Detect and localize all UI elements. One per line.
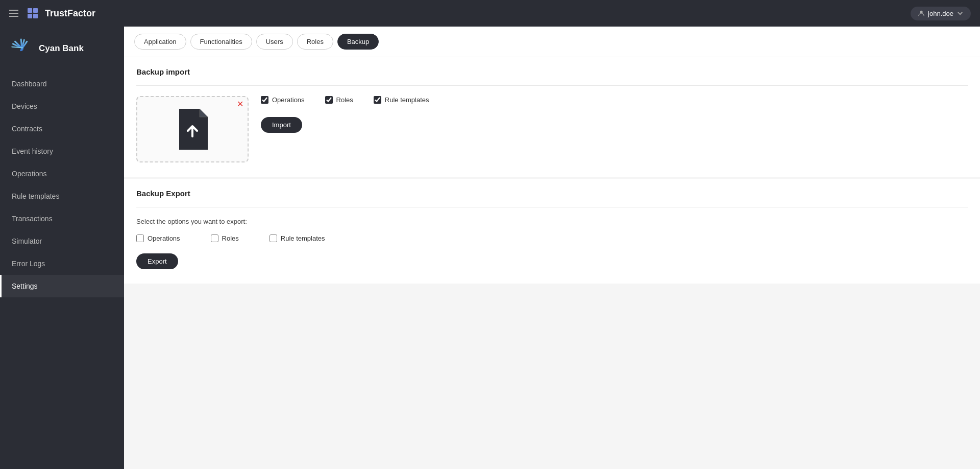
import-rule-templates-input[interactable]: [374, 96, 381, 104]
close-icon[interactable]: ✕: [237, 100, 243, 108]
brand-name: Cyan Bank: [39, 43, 84, 54]
brand-logo-icon: [9, 37, 33, 60]
import-button[interactable]: Import: [261, 117, 302, 133]
topbar-right: john.doe: [911, 7, 971, 20]
main-layout: Cyan Bank Dashboard Devices Contracts Ev…: [0, 27, 980, 469]
export-roles-checkbox[interactable]: Roles: [211, 235, 239, 242]
svg-rect-0: [28, 8, 32, 13]
export-divider: [136, 207, 968, 207]
tab-application[interactable]: Application: [134, 34, 186, 50]
import-area: ✕: [136, 96, 968, 162]
logo-icon: [24, 5, 41, 21]
section-divider: [136, 85, 968, 86]
export-rule-templates-input[interactable]: [270, 235, 277, 242]
chevron-down-icon: [957, 10, 964, 17]
svg-rect-1: [33, 8, 38, 13]
svg-point-4: [920, 11, 922, 13]
sidebar-item-rule-templates[interactable]: Rule templates: [0, 185, 124, 207]
sidebar-item-operations[interactable]: Operations: [0, 162, 124, 185]
export-roles-input[interactable]: [211, 235, 218, 242]
sidebar: Cyan Bank Dashboard Devices Contracts Ev…: [0, 27, 124, 469]
svg-rect-2: [28, 14, 32, 18]
sidebar-item-contracts[interactable]: Contracts: [0, 118, 124, 140]
content-area: Application Functionalities Users Roles …: [124, 27, 980, 469]
page-content: Backup import ✕: [124, 57, 980, 469]
backup-export-section: Backup Export Select the options you wan…: [124, 179, 980, 284]
export-operations-input[interactable]: [136, 235, 144, 242]
tab-bar: Application Functionalities Users Roles …: [124, 27, 980, 57]
import-operations-checkbox[interactable]: Operations: [261, 96, 305, 104]
sidebar-item-event-history[interactable]: Event history: [0, 140, 124, 162]
export-operations-checkbox[interactable]: Operations: [136, 235, 180, 242]
import-rule-templates-checkbox[interactable]: Rule templates: [374, 96, 429, 104]
topbar: TrustFactor john.doe: [0, 0, 980, 27]
sidebar-item-devices[interactable]: Devices: [0, 95, 124, 118]
sidebar-item-dashboard[interactable]: Dashboard: [0, 73, 124, 95]
export-subtitle: Select the options you want to export:: [136, 218, 968, 225]
tab-functionalities[interactable]: Functionalities: [190, 34, 252, 50]
app-logo: TrustFactor: [24, 5, 95, 21]
export-checkboxes: Operations Roles Rule templates: [136, 235, 968, 242]
backup-import-section: Backup import ✕: [124, 57, 980, 177]
tab-backup[interactable]: Backup: [337, 34, 379, 50]
import-checkboxes: Operations Roles Rule templates: [261, 96, 429, 104]
export-rule-templates-checkbox[interactable]: Rule templates: [270, 235, 325, 242]
sidebar-item-transactions[interactable]: Transactions: [0, 207, 124, 230]
import-options: Operations Roles Rule templates: [261, 96, 429, 133]
backup-export-title: Backup Export: [136, 189, 968, 198]
sidebar-brand: Cyan Bank: [0, 27, 124, 73]
import-roles-input[interactable]: [325, 96, 333, 104]
topbar-left: TrustFactor: [9, 5, 95, 21]
backup-import-title: Backup import: [136, 67, 968, 76]
file-upload-icon: [174, 107, 211, 152]
app-name: TrustFactor: [45, 8, 95, 19]
tab-roles[interactable]: Roles: [297, 34, 333, 50]
sidebar-item-error-logs[interactable]: Error Logs: [0, 252, 124, 275]
svg-rect-3: [33, 14, 38, 18]
file-upload-zone[interactable]: ✕: [136, 96, 249, 162]
export-button[interactable]: Export: [136, 253, 178, 269]
sidebar-item-simulator[interactable]: Simulator: [0, 230, 124, 252]
import-roles-checkbox[interactable]: Roles: [325, 96, 353, 104]
tab-users[interactable]: Users: [256, 34, 293, 50]
user-label: john.doe: [928, 10, 953, 17]
sidebar-item-settings[interactable]: Settings: [0, 275, 124, 297]
sidebar-nav: Dashboard Devices Contracts Event histor…: [0, 73, 124, 297]
import-button-wrapper: Import: [261, 117, 429, 133]
upload-icon: [174, 107, 211, 152]
user-menu[interactable]: john.doe: [911, 7, 971, 20]
hamburger-menu[interactable]: [9, 10, 18, 17]
import-operations-input[interactable]: [261, 96, 268, 104]
